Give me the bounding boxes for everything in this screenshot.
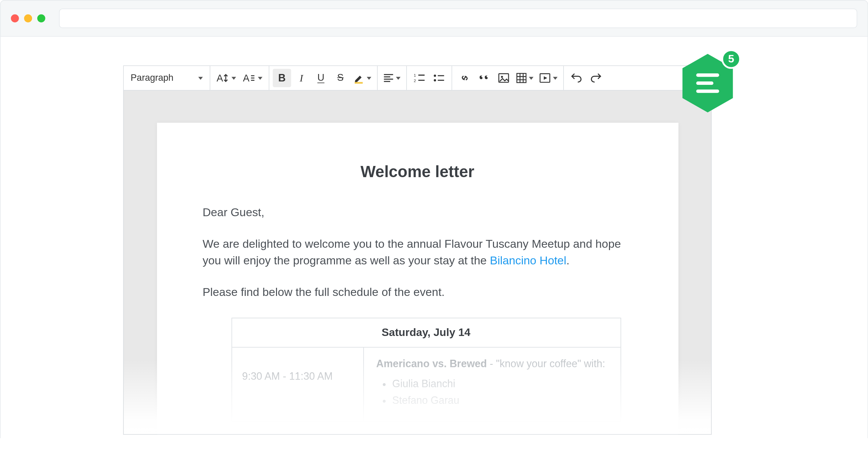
- svg-text:1: 1: [414, 73, 416, 78]
- media-button[interactable]: [537, 69, 560, 87]
- editor-toolbar: Paragraph A A: [123, 65, 712, 91]
- schedule-row[interactable]: 9:30 AM - 11:30 AM Americano vs. Brewed …: [232, 348, 620, 421]
- media-icon: [539, 73, 551, 83]
- close-window-button[interactable]: [11, 14, 19, 22]
- undo-button[interactable]: [567, 69, 586, 87]
- chevron-down-icon: [198, 77, 203, 79]
- session-time[interactable]: 9:30 AM - 11:30 AM: [232, 348, 364, 421]
- font-family-button[interactable]: A: [240, 69, 265, 87]
- greeting-paragraph[interactable]: Dear Guest,: [202, 204, 632, 221]
- blockquote-button[interactable]: [475, 69, 493, 87]
- svg-rect-13: [696, 81, 713, 85]
- schedule-day-header[interactable]: Saturday, July 14: [232, 318, 620, 348]
- heading-dropdown[interactable]: Paragraph: [124, 73, 210, 83]
- strikethrough-icon: S: [337, 72, 343, 84]
- table-icon: [516, 73, 527, 83]
- svg-text:2: 2: [414, 78, 416, 83]
- maximize-window-button[interactable]: [37, 14, 45, 22]
- speaker-list[interactable]: Giulia Bianchi Stefano Garau: [376, 378, 608, 407]
- schedule-intro-paragraph[interactable]: Please find below the full schedule of t…: [202, 284, 632, 301]
- intro-text-post: .: [566, 254, 569, 267]
- editor: Paragraph A A: [123, 65, 712, 435]
- svg-text:A: A: [217, 73, 223, 83]
- underline-button[interactable]: U: [312, 69, 330, 87]
- link-icon: [459, 72, 471, 84]
- undo-icon: [571, 73, 582, 83]
- speaker-item[interactable]: Stefano Garau: [392, 395, 608, 407]
- bold-icon: B: [278, 72, 285, 84]
- browser-chrome: [0, 0, 868, 37]
- svg-rect-12: [696, 73, 719, 77]
- font-family-icon: A: [243, 72, 256, 84]
- app-canvas: Paragraph A A: [0, 37, 868, 438]
- underline-icon: U: [317, 72, 324, 84]
- svg-text:A: A: [243, 73, 250, 83]
- font-size-button[interactable]: A: [214, 69, 239, 87]
- window-controls: [11, 14, 45, 22]
- svg-rect-9: [517, 73, 526, 82]
- font-size-icon: A: [217, 72, 229, 84]
- hotel-link[interactable]: Bilancino Hotel: [490, 254, 566, 267]
- table-button[interactable]: [514, 69, 536, 87]
- marker-icon: [353, 72, 364, 84]
- speaker-item[interactable]: Giulia Bianchi: [392, 378, 608, 390]
- strikethrough-button[interactable]: S: [331, 69, 350, 87]
- align-button[interactable]: [381, 69, 403, 87]
- image-button[interactable]: [494, 69, 513, 87]
- svg-point-6: [434, 79, 436, 81]
- schedule-table[interactable]: Saturday, July 14 9:30 AM - 11:30 AM Ame…: [231, 318, 621, 422]
- quote-icon: [478, 72, 490, 84]
- image-icon: [498, 73, 510, 83]
- document-title[interactable]: Welcome letter: [202, 163, 632, 181]
- plugin-badge[interactable]: 5: [679, 52, 736, 115]
- url-bar[interactable]: [59, 8, 857, 28]
- svg-rect-2: [355, 82, 363, 84]
- session-title: Americano vs. Brewed: [376, 358, 487, 370]
- document-page[interactable]: Welcome letter Dear Guest, We are deligh…: [157, 123, 678, 435]
- svg-point-5: [434, 75, 436, 77]
- minimize-window-button[interactable]: [24, 14, 32, 22]
- bold-button[interactable]: B: [273, 69, 291, 87]
- intro-paragraph[interactable]: We are delighted to welcome you to the a…: [202, 236, 632, 269]
- highlight-button[interactable]: [351, 69, 374, 87]
- redo-button[interactable]: [587, 69, 605, 87]
- numbered-list-icon: 1 2: [414, 73, 425, 82]
- italic-button[interactable]: I: [292, 69, 311, 87]
- editor-surface[interactable]: Welcome letter Dear Guest, We are deligh…: [123, 91, 712, 435]
- svg-rect-14: [696, 90, 719, 93]
- link-button[interactable]: [456, 69, 474, 87]
- redo-icon: [590, 73, 602, 83]
- numbered-list-button[interactable]: 1 2: [410, 69, 429, 87]
- heading-label: Paragraph: [131, 73, 173, 83]
- session-subtitle: - "know your coffee" with:: [487, 358, 605, 370]
- bulleted-list-button[interactable]: [430, 69, 448, 87]
- italic-icon: I: [300, 72, 303, 84]
- svg-point-8: [501, 76, 503, 78]
- bulleted-list-icon: [433, 73, 445, 82]
- session-body[interactable]: Americano vs. Brewed - "know your coffee…: [363, 348, 620, 421]
- align-left-icon: [383, 73, 394, 82]
- badge-count: 5: [722, 49, 741, 69]
